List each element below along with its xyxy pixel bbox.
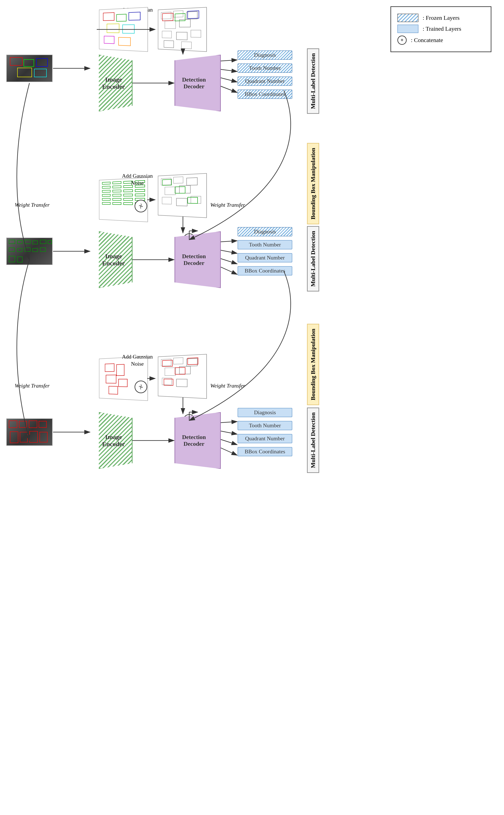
- main-container: : Frozen Layers : Trained Layers + : Con…: [0, 0, 504, 815]
- output-labels-3: Diagnosis Tooth Number Quadrant Number B…: [238, 408, 292, 456]
- tooth-label-1: Tooth Number: [238, 64, 292, 73]
- svg-line-6: [221, 69, 237, 71]
- output-item-quadrant-3: Quadrant Number: [238, 434, 292, 443]
- noise-panel-3: [158, 354, 207, 399]
- bbox-manip-badge-1: Bounding Box Manipulation: [307, 143, 319, 224]
- svg-line-26: [221, 422, 237, 423]
- trained-label-text: : Trained Layers: [423, 25, 461, 32]
- output-labels-1: Diagnosis Tooth Number Quadrant Number B…: [238, 50, 292, 99]
- weight-transfer-left-2: Weight Transfer: [15, 202, 50, 208]
- output-item-tooth-1: Tooth Number: [238, 64, 292, 73]
- concat-icon: +: [397, 36, 407, 45]
- output-item-diagnosis-3: Diagnosis: [238, 408, 292, 417]
- gaussian-icon-3: [135, 381, 147, 393]
- xray-inner-3: [7, 419, 52, 445]
- multi-label-badge-2: Multi-Label Detection: [307, 226, 319, 291]
- encoder-label-3: ImageEncoder: [98, 433, 129, 448]
- bbox-input-panel-1: [99, 7, 148, 52]
- frozen-label-text: : Frozen Layers: [423, 15, 460, 21]
- quadrant-label-1: Quadrant Number: [238, 77, 292, 86]
- xray-input-3: [6, 418, 53, 446]
- weight-transfer-right-2: Weight Transfer: [210, 202, 245, 208]
- decoder-block-2: DetectionDecoder: [175, 231, 221, 288]
- decoder-label-1: DetectionDecoder: [176, 76, 212, 90]
- noise-panel-2: [158, 173, 207, 218]
- decoder-label-2: DetectionDecoder: [176, 253, 212, 266]
- tooth-label-3: Tooth Number: [238, 421, 292, 430]
- encoder-block-2: ImageEncoder: [90, 231, 132, 288]
- svg-line-8: [221, 86, 237, 93]
- svg-line-16: [221, 241, 237, 242]
- xray-input-2: [6, 238, 53, 265]
- weight-transfer-left-3: Weight Transfer: [15, 383, 50, 389]
- svg-line-29: [221, 448, 237, 455]
- output-item-tooth-2: Tooth Number: [238, 240, 292, 249]
- noise-panel-1: [158, 7, 207, 52]
- gaussian-label-2: Add GaussianNoise: [122, 172, 153, 187]
- encoder-label-1: ImageEncoder: [98, 76, 129, 90]
- frozen-icon: [397, 14, 418, 22]
- arrows-svg: [0, 0, 504, 815]
- encoder-block-3: ImageEncoder: [90, 412, 132, 469]
- decoder-block-3: DetectionDecoder: [175, 412, 221, 469]
- legend-trained-item: : Trained Layers: [397, 25, 484, 33]
- output-labels-2: Diagnosis Tooth Number Quadrant Number B…: [238, 227, 292, 275]
- output-item-bbox-3: BBox Coordinates: [238, 447, 292, 456]
- diagnosis-label-2: Diagnosis: [238, 227, 292, 236]
- output-item-bbox-2: BBox Coordinates: [238, 266, 292, 275]
- legend-frozen-item: : Frozen Layers: [397, 14, 484, 22]
- encoder-label-2: ImageEncoder: [98, 253, 129, 267]
- quadrant-label-2: Quadrant Number: [238, 253, 292, 262]
- bbox-label-3: BBox Coordinates: [238, 447, 292, 456]
- gaussian-label-3: Add GaussianNoise: [122, 353, 153, 368]
- output-item-diagnosis-2: Diagnosis: [238, 227, 292, 236]
- diagnosis-label-1: Diagnosis: [238, 50, 292, 60]
- xray-inner-1: [7, 55, 52, 82]
- svg-line-27: [221, 431, 237, 434]
- tooth-label-2: Tooth Number: [238, 240, 292, 249]
- output-item-quadrant-2: Quadrant Number: [238, 253, 292, 262]
- xray-input-1: [6, 55, 53, 82]
- concat-label-text: : Concatenate: [411, 37, 443, 44]
- quadrant-label-3: Quadrant Number: [238, 434, 292, 443]
- xray-inner-2: [7, 238, 52, 265]
- decoder-label-3: DetectionDecoder: [176, 434, 212, 447]
- encoder-block-1: ImageEncoder: [90, 55, 132, 111]
- weight-transfer-right-3: Weight Transfer: [210, 383, 245, 389]
- svg-line-5: [221, 60, 237, 61]
- trained-icon: [397, 25, 418, 33]
- multi-label-badge-1: Multi-Label Detection: [307, 48, 319, 114]
- output-item-bbox-1: BBox Coordinates: [238, 90, 292, 99]
- legend-box: : Frozen Layers : Trained Layers + : Con…: [390, 6, 491, 52]
- bbox-manip-badge-2: Bounding Box Manipulation: [307, 324, 319, 405]
- diagnosis-label-3: Diagnosis: [238, 408, 292, 417]
- gaussian-icon-2: [135, 200, 147, 212]
- legend-concat-item: + : Concatenate: [397, 36, 484, 45]
- decoder-block-1: DetectionDecoder: [175, 55, 221, 111]
- svg-line-7: [221, 78, 237, 82]
- svg-line-19: [221, 267, 237, 274]
- svg-line-28: [221, 439, 237, 445]
- bbox-label-2: BBox Coordinates: [238, 266, 292, 275]
- output-item-quadrant-1: Quadrant Number: [238, 77, 292, 86]
- multi-label-badge-3: Multi-Label Detection: [307, 407, 319, 473]
- output-item-diagnosis-1: Diagnosis: [238, 50, 292, 60]
- bbox-label-1: BBox Coordinates: [238, 90, 292, 99]
- svg-line-18: [221, 259, 237, 264]
- output-item-tooth-3: Tooth Number: [238, 421, 292, 430]
- svg-line-17: [221, 250, 237, 253]
